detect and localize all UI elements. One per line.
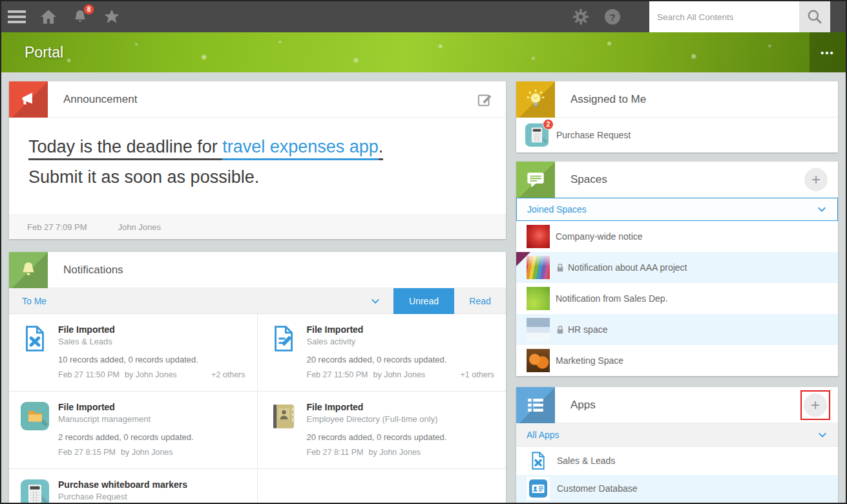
space-label: HR space xyxy=(568,324,607,335)
chevron-down-icon[interactable] xyxy=(370,297,381,306)
settings-gear-icon[interactable] xyxy=(572,8,590,26)
space-item-aaa-project[interactable]: Notification about AAA project xyxy=(516,252,838,283)
folder-app-icon xyxy=(21,402,49,430)
portal-content: Announcement Today is the deadline for t… xyxy=(1,72,846,503)
apps-widget: Apps + All Apps Sales & Leads xyxy=(516,387,838,503)
card-author: by John Jones xyxy=(125,370,177,379)
space-thumbnail-green xyxy=(527,287,550,310)
megaphone-icon xyxy=(9,81,48,118)
lightbulb-icon xyxy=(516,81,555,118)
portal-page: 8 ? Portal ••• xyxy=(0,0,847,504)
home-icon[interactable] xyxy=(39,8,58,26)
space-label: Company-wide notice xyxy=(556,231,643,242)
card-title: File Imported xyxy=(307,324,495,335)
top-bar-right: ? xyxy=(572,1,846,32)
search-input[interactable] xyxy=(649,1,799,32)
add-space-button[interactable]: + xyxy=(804,168,828,191)
notifications-bell-icon[interactable]: 8 xyxy=(71,8,89,26)
assigned-item-purchase-request[interactable]: 2 Purchase Request xyxy=(516,118,838,152)
card-others: +2 others xyxy=(211,370,245,379)
card-others: +1 others xyxy=(461,370,494,379)
announcement-date: Feb 27 7:09 PM xyxy=(27,222,87,232)
card-author: by John Jones xyxy=(121,448,173,457)
spaces-title: Spaces xyxy=(570,173,607,186)
card-app-name: Manuscript management xyxy=(58,414,246,424)
apps-filter-dropdown[interactable]: All Apps xyxy=(516,423,838,446)
space-item-marketing-space[interactable]: Marketing Space xyxy=(516,345,838,376)
space-thumbnail-rose xyxy=(527,225,550,248)
announcement-line1: Today is the deadline for travel expense… xyxy=(28,137,486,157)
tab-unread[interactable]: Unread xyxy=(393,288,454,314)
announcement-text-end: . xyxy=(379,137,384,160)
portal-cover-banner: Portal ••• xyxy=(1,32,846,72)
space-item-sales-dep[interactable]: Notification from Sales Dep. xyxy=(516,283,838,314)
announcement-header: Announcement xyxy=(9,81,506,118)
card-detail: 20 records added, 0 records updated. xyxy=(307,355,495,364)
card-date: Feb 27 11:50 PM xyxy=(307,370,368,379)
edit-announcement-icon[interactable] xyxy=(476,91,493,108)
portal-more-menu-button[interactable]: ••• xyxy=(810,32,846,72)
app-label: Customer Database xyxy=(557,483,638,494)
notification-card-text: File Imported Sales activity 20 records … xyxy=(307,324,495,391)
app-item-customer-database[interactable]: Customer Database xyxy=(516,475,838,503)
card-date-line: Feb 27 11:50 PM by John Jones +1 others xyxy=(307,370,495,379)
notifications-filter-bar: To Me Unread Read xyxy=(9,288,506,314)
notification-card[interactable]: File Imported Sales activity 20 records … xyxy=(258,314,507,392)
notification-card[interactable]: File Imported Sales & Leads 10 records a… xyxy=(9,314,258,392)
app-item-sales-leads[interactable]: Sales & Leads xyxy=(516,446,838,474)
announcement-line2: Submit it as soon as possible. xyxy=(28,167,486,187)
space-item-company-wide-notice[interactable]: Company-wide notice xyxy=(516,221,838,252)
notification-card-text: File Imported Sales & Leads 10 records a… xyxy=(58,324,246,391)
announcement-widget: Announcement Today is the deadline for t… xyxy=(9,81,506,239)
notifications-title: Notifications xyxy=(63,264,123,277)
card-title: File Imported xyxy=(58,324,246,335)
space-thumbnail-pumpkins xyxy=(527,349,550,372)
card-app-name: Sales activity xyxy=(307,337,495,346)
add-app-highlight-box: + xyxy=(800,390,830,420)
app-label: Sales & Leads xyxy=(557,456,615,466)
search-icon xyxy=(806,8,823,25)
notification-card-text: File Imported Employee Directory (Full-t… xyxy=(307,402,495,468)
assigned-to-me-widget: Assigned to Me 2 Purchase Request xyxy=(516,81,838,152)
card-title: File Imported xyxy=(58,402,246,412)
search-button[interactable] xyxy=(799,1,830,32)
card-author: by John Jones xyxy=(369,448,421,457)
assigned-title: Assigned to Me xyxy=(570,93,646,106)
notification-card-text: File Imported Manuscript management 2 re… xyxy=(58,402,246,468)
help-icon[interactable]: ? xyxy=(603,8,622,26)
apps-header: Apps + xyxy=(516,387,838,423)
add-app-button[interactable]: + xyxy=(804,394,827,417)
calculator-app-icon-small: 2 xyxy=(525,123,549,147)
left-column: Announcement Today is the deadline for t… xyxy=(9,81,506,503)
spaces-header: Spaces + xyxy=(516,162,838,198)
card-date: Feb 27 11:50 PM xyxy=(58,370,120,379)
notifications-widget: Notifications To Me Unread Read xyxy=(9,252,506,503)
hamburger-menu-icon[interactable] xyxy=(8,8,26,26)
card-title: Purchase whiteboard markers xyxy=(58,479,246,490)
global-search xyxy=(649,1,830,32)
notification-card[interactable]: File Imported Manuscript management 2 re… xyxy=(9,392,258,469)
notifications-filter-dropdown[interactable]: To Me xyxy=(9,296,47,306)
notification-card[interactable]: Purchase whiteboard markers Purchase Req… xyxy=(9,469,258,503)
card-date: Feb 27 8:11 PM xyxy=(307,448,364,457)
announcement-author: John Jones xyxy=(118,222,162,232)
card-title: File Imported xyxy=(307,402,495,412)
card-date-line: Feb 27 11:50 PM by John Jones +2 others xyxy=(58,370,246,379)
travel-expenses-app-link[interactable]: travel expenses app xyxy=(222,137,379,160)
assigned-item-label: Purchase Request xyxy=(556,130,631,140)
favorites-star-icon[interactable] xyxy=(103,8,121,26)
question-mark-glyph: ? xyxy=(605,9,620,25)
spaces-filter-dropdown[interactable]: Joined Spaces xyxy=(516,198,838,221)
tab-read[interactable]: Read xyxy=(454,288,506,314)
announcement-body: Today is the deadline for travel expense… xyxy=(9,118,506,215)
contact-card-app-icon xyxy=(527,477,550,500)
apps-filter-label: All Apps xyxy=(527,430,559,440)
ribbon-corner xyxy=(516,252,530,266)
space-thumbnail-snow xyxy=(527,318,550,341)
card-detail: 20 records added, 0 records updated. xyxy=(307,432,495,442)
notification-card[interactable]: File Imported Employee Directory (Full-t… xyxy=(258,392,507,469)
space-item-hr-space[interactable]: HR space xyxy=(516,314,838,345)
lock-icon xyxy=(556,263,565,273)
file-x-app-icon xyxy=(527,449,550,472)
card-date-line: Feb 27 8:11 PM by John Jones xyxy=(307,448,495,457)
